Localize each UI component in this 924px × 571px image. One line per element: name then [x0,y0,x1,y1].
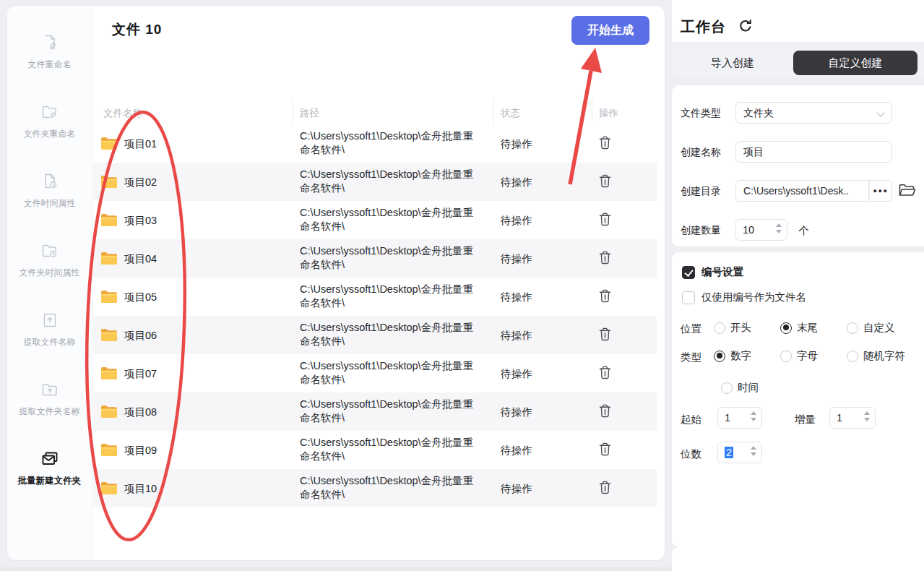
status-text: 待操作 [501,137,532,151]
sidebar-item-batch-new-folder[interactable]: 批量新建文件夹 [18,450,82,487]
radio-position-start[interactable]: 开头 [714,321,780,335]
create-name-value: 项目 [743,146,764,159]
folder-time-icon [40,241,59,263]
increment-stepper[interactable]: 1 [829,407,876,429]
table-body: 项目01 C:\Users\yssoft1\Desktop\金舟批量重命名软件\… [93,124,657,507]
sidebar-item-folder-rename[interactable]: 文件夹重命名 [24,103,76,140]
trash-icon [599,404,611,418]
status-text: 待操作 [501,329,532,343]
workbench-footer-card [672,547,924,571]
column-header-status: 状态 [501,107,520,120]
folder-icon [101,137,117,150]
delete-button[interactable] [597,174,613,190]
file-path: C:\Users\yssoft1\Desktop\金舟批量重命名软件\ [300,474,476,502]
file-type-value: 文件夹 [743,107,774,120]
digits-stepper[interactable]: 2 [717,442,762,463]
sidebar-item-label: 提取文件夹名称 [20,405,80,418]
digits-label: 位数 [681,447,701,461]
create-count-value: 10 [743,224,754,236]
table-row: 项目08 C:\Users\yssoft1\Desktop\金舟批量重命名软件\… [93,392,657,431]
delete-button[interactable] [597,442,613,458]
stepper-arrows-icon[interactable] [751,446,756,456]
file-name: 项目10 [124,482,157,496]
sidebar-item-extract-folder-name[interactable]: 提取文件夹名称 [20,380,80,418]
checkbox-icon [682,291,695,304]
only-number-checkbox[interactable]: 仅使用编号作为文件名 [682,291,806,304]
table-row: 项目04 C:\Users\yssoft1\Desktop\金舟批量重命名软件\… [93,239,657,278]
column-header-path: 路径 [300,107,319,120]
tab-import-create[interactable]: 导入创建 [672,48,793,78]
radio-type-random[interactable]: 随机字符 [847,349,905,363]
position-radio-group: 开头 末尾 自定义 [714,321,924,335]
create-count-stepper[interactable]: 10 [735,219,787,241]
sidebar-item-extract-file-name[interactable]: 提取文件名称 [24,311,76,348]
file-name: 项目05 [124,291,157,304]
radio-icon [714,351,725,362]
trash-icon [599,251,611,265]
start-generate-button[interactable]: 开始生成 [571,16,649,45]
radio-position-custom[interactable]: 自定义 [847,321,895,335]
create-name-input[interactable]: 项目 [735,141,892,163]
folder-icon [101,329,117,341]
status-text: 待操作 [501,214,532,228]
folder-open-icon[interactable] [898,181,917,200]
status-text: 待操作 [501,405,532,419]
folder-icon [101,444,117,456]
file-name: 项目01 [124,137,157,151]
delete-button[interactable] [597,212,613,228]
create-dir-value: C:\Users\yssoft1\Desk.. [743,185,863,197]
radio-type-time[interactable]: 时间 [721,381,759,395]
folder-icon [101,482,117,494]
table-row: 项目05 C:\Users\yssoft1\Desktop\金舟批量重命名软件\… [93,278,657,316]
main-window-card: 文件重命名 文件夹重命名 文件时间属性 文件夹时间属性 提取文件名称 提取文件夹… [7,6,665,560]
sidebar-item-label: 文件夹重命名 [24,128,76,140]
refresh-icon[interactable] [737,18,754,35]
stepper-arrows-icon[interactable] [751,411,756,421]
status-text: 待操作 [501,291,532,304]
delete-button[interactable] [597,481,613,497]
radio-type-number[interactable]: 数字 [714,349,780,363]
trash-icon [599,442,611,456]
sidebar-item-file-rename[interactable]: 文件重命名 [28,33,72,71]
table-row: 项目07 C:\Users\yssoft1\Desktop\金舟批量重命名软件\… [93,354,657,392]
workbench-panel: 工作台 导入创建 自定义创建 文件类型 文件夹 创建名称 项目 创建目录 [672,0,924,571]
numbering-enable-checkbox[interactable]: 编号设置 [682,265,743,279]
numbering-enable-label: 编号设置 [701,265,743,279]
position-label: 位置 [681,322,701,336]
increment-label: 增量 [795,413,816,426]
digits-value-selected: 2 [725,447,733,458]
sidebar-item-file-time[interactable]: 文件时间属性 [24,172,76,210]
delete-button[interactable] [597,251,613,267]
tab-custom-create[interactable]: 自定义创建 [793,51,917,75]
file-type-label: 文件类型 [681,107,721,120]
delete-button[interactable] [597,289,613,305]
stepper-arrows-icon[interactable] [776,223,782,233]
delete-button[interactable] [597,327,613,343]
create-dir-input[interactable]: C:\Users\yssoft1\Desk.. [735,180,869,202]
browse-more-button[interactable]: ●●● [869,180,892,202]
file-name: 项目07 [124,367,157,381]
column-divider [592,99,592,126]
create-dir-label: 创建目录 [681,185,721,198]
file-type-select[interactable]: 文件夹 [735,102,892,124]
file-path: C:\Users\yssoft1\Desktop\金舟批量重命名软件\ [300,321,476,348]
stepper-arrows-icon[interactable] [864,411,870,421]
file-name: 项目08 [124,405,157,419]
sidebar-item-folder-time[interactable]: 文件夹时间属性 [20,241,80,279]
file-count: 10 [145,22,162,37]
delete-button[interactable] [597,136,613,152]
delete-button[interactable] [597,404,613,420]
status-text: 待操作 [501,444,532,458]
radio-type-letter[interactable]: 字母 [780,349,847,363]
radio-position-end[interactable]: 末尾 [780,321,847,335]
batch-new-folder-icon [40,450,60,471]
workbench-tabs: 导入创建 自定义创建 [672,48,924,78]
status-text: 待操作 [501,482,532,496]
checkbox-icon [682,266,695,279]
delete-button[interactable] [597,366,613,382]
status-text: 待操作 [501,252,532,266]
table-header: 文件名称 路径 状态 操作 [93,98,657,126]
start-value: 1 [725,412,730,424]
type-radio-group: 数字 字母 随机字符 时间 [714,349,924,395]
start-stepper[interactable]: 1 [717,407,762,429]
